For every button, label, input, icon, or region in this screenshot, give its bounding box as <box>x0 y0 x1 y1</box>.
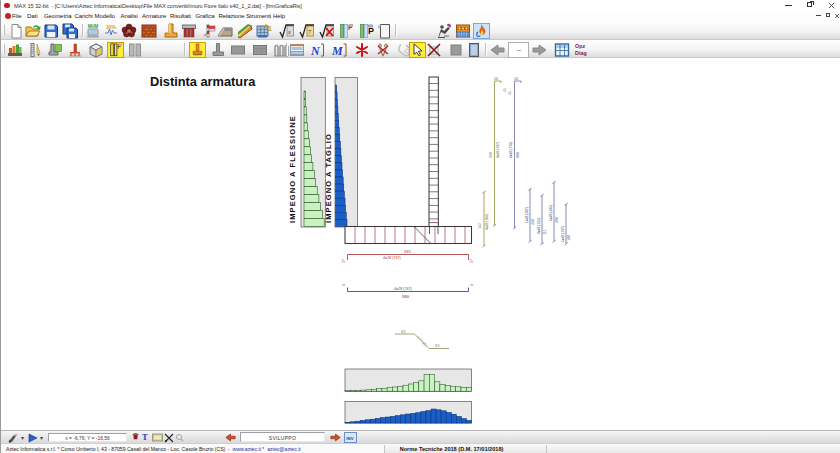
svg-text:83: 83 <box>401 329 406 334</box>
svg-text:10: 10 <box>494 77 498 81</box>
svg-text:4ø28 (774): 4ø28 (774) <box>509 142 513 158</box>
svg-text:591: 591 <box>404 249 412 254</box>
svg-text:MHM: MHM <box>88 24 99 29</box>
svg-text:5ø28 (345): 5ø28 (345) <box>549 205 553 221</box>
svg-text:4ø28 (747): 4ø28 (747) <box>394 287 412 291</box>
svg-text:27: 27 <box>342 259 346 263</box>
svg-text:4ø28 (156): 4ø28 (156) <box>537 218 541 234</box>
svg-text:27: 27 <box>470 259 474 263</box>
svg-text:9: 9 <box>342 284 346 286</box>
svg-text:888: 888 <box>516 152 520 158</box>
svg-text:4ø28 (104): 4ø28 (104) <box>485 214 489 230</box>
svg-text:9: 9 <box>470 284 474 286</box>
svg-text:238: 238 <box>531 219 535 225</box>
svg-text:1ø28 (387): 1ø28 (387) <box>525 207 529 223</box>
svg-text:10: 10 <box>514 77 518 81</box>
svg-text:1: 1 <box>268 25 272 32</box>
svg-text:294: 294 <box>555 217 559 223</box>
svg-text:IMPEGNO A TAGLIO: IMPEGNO A TAGLIO <box>324 133 333 223</box>
svg-text:590: 590 <box>402 294 410 299</box>
svg-text:IMPEGNO A FLESSIONE: IMPEGNO A FLESSIONE <box>288 115 297 223</box>
svg-text:45: 45 <box>508 91 512 95</box>
svg-text:188: 188 <box>567 235 571 241</box>
svg-text:111: 111 <box>543 229 547 234</box>
svg-text:83: 83 <box>435 343 440 348</box>
svg-text:M: M <box>332 44 343 58</box>
svg-text:x: x <box>287 29 291 35</box>
svg-text:45: 45 <box>503 88 507 92</box>
svg-text:698: 698 <box>489 152 493 158</box>
svg-text:4ø28 (747): 4ø28 (747) <box>383 256 401 260</box>
svg-text:142: 142 <box>478 223 482 229</box>
svg-text:5ø28 (197): 5ø28 (197) <box>561 226 565 242</box>
svg-text:N: N <box>310 44 321 58</box>
svg-text:Distinta armatura: Distinta armatura <box>150 74 256 89</box>
svg-text:4ø28 (747): 4ø28 (747) <box>496 142 500 158</box>
svg-text:30%: 30% <box>105 24 116 30</box>
